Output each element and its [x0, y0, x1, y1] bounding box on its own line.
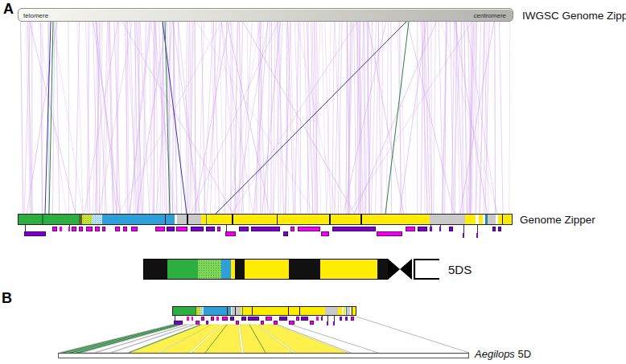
- synteny-line: [52, 22, 83, 214]
- bar-segment-gray: [488, 215, 496, 224]
- synteny-line: [206, 22, 222, 214]
- alignment-ribbon-yellow: [240, 325, 294, 353]
- synteny-line: [130, 22, 136, 214]
- alignment-ribbon-white: [96, 325, 194, 353]
- marker-block-magenta: [68, 227, 70, 231]
- synteny-line: [262, 22, 281, 214]
- synteny-line: [140, 22, 150, 214]
- marker-block-magenta: [176, 227, 187, 231]
- synteny-line: [348, 22, 350, 214]
- synteny-line: [225, 22, 227, 214]
- synteny-line: [311, 22, 315, 214]
- marker-block-purple: [333, 321, 335, 325]
- synteny-line: [441, 22, 498, 214]
- synteny-line: [163, 22, 187, 214]
- ideogram-segment-green: [167, 260, 198, 279]
- bar-segment-green: [182, 307, 196, 315]
- synteny-line: [500, 22, 504, 214]
- synteny-line: [480, 22, 485, 214]
- marker-block-magenta: [155, 227, 165, 231]
- synteny-line: [303, 22, 309, 214]
- synteny-line: [366, 22, 369, 214]
- synteny-line: [297, 22, 337, 214]
- synteny-line: [427, 22, 431, 214]
- bar-segment-gray: [430, 215, 465, 224]
- synteny-line: [307, 22, 308, 214]
- synteny-line: [199, 22, 204, 214]
- synteny-line: [76, 22, 80, 214]
- synteny-line: [354, 22, 436, 214]
- synteny-line: [41, 22, 43, 214]
- synteny-line: [357, 22, 361, 214]
- synteny-line: [253, 22, 268, 214]
- bar-segment-yellow: [362, 215, 430, 224]
- synteny-line: [167, 22, 170, 214]
- synteny-line: [471, 22, 476, 214]
- synteny-line: [196, 22, 315, 214]
- marker-block-purple: [327, 321, 328, 325]
- synteny-line: [114, 22, 120, 214]
- alignment-line: [291, 325, 378, 353]
- synteny-line: [400, 22, 426, 214]
- synteny-line: [95, 22, 101, 214]
- marker-block-purple: [241, 317, 246, 321]
- synteny-line: [460, 22, 494, 214]
- synteny-line: [178, 22, 196, 214]
- bar-segment-yellow: [278, 215, 329, 224]
- synteny-line: [407, 22, 454, 214]
- marker-block-magenta: [316, 317, 319, 321]
- synteny-line: [39, 22, 67, 214]
- synteny-line: [49, 22, 53, 214]
- synteny-line: [325, 22, 331, 214]
- synteny-line: [126, 22, 137, 214]
- synteny-line: [357, 22, 358, 214]
- synteny-line: [455, 22, 456, 214]
- synteny-line: [335, 22, 341, 214]
- synteny-line: [235, 22, 237, 214]
- synteny-line: [273, 22, 274, 214]
- synteny-line: [186, 22, 187, 214]
- synteny-line: [376, 22, 379, 214]
- synteny-line: [235, 22, 268, 214]
- marker-block-magenta: [290, 227, 294, 231]
- marker-block-magenta: [406, 227, 415, 231]
- synteny-line: [348, 22, 472, 214]
- synteny-line: [425, 22, 430, 214]
- bar-segment-yellow: [243, 307, 252, 315]
- synteny-line: [327, 22, 331, 214]
- synteny-line: [231, 22, 236, 214]
- marker-block-purple: [463, 233, 464, 238]
- synteny-line: [371, 22, 376, 214]
- alignment-line: [278, 325, 351, 353]
- synteny-line: [117, 22, 118, 214]
- synteny-line: [484, 22, 487, 214]
- synteny-line: [127, 22, 129, 214]
- synteny-line: [476, 22, 481, 214]
- synteny-line: [219, 22, 224, 214]
- bar-segment-gray: [325, 307, 338, 315]
- synteny-line: [315, 22, 320, 214]
- marker-tick: [25, 225, 26, 231]
- marker-block-magenta: [216, 317, 219, 321]
- synteny-line: [509, 22, 510, 214]
- synteny-line: [256, 22, 261, 214]
- marker-block-magenta: [296, 317, 299, 321]
- marker-block-magenta: [72, 227, 76, 231]
- synteny-line: [243, 22, 355, 214]
- synteny-line: [102, 22, 108, 214]
- synteny-line: [228, 22, 260, 214]
- synteny-line: [221, 22, 237, 214]
- bar-segment-yellow: [233, 215, 277, 224]
- synteny-line: [300, 22, 301, 214]
- synteny-line: [169, 22, 170, 214]
- synteny-line: [369, 22, 372, 214]
- alignment-ribbon-green: [76, 325, 181, 353]
- synteny-line: [322, 22, 326, 214]
- synteny-line: [77, 22, 83, 214]
- synteny-line: [344, 22, 386, 214]
- synteny-line: [211, 22, 216, 214]
- synteny-line: [468, 22, 470, 214]
- synteny-line: [278, 22, 284, 214]
- synteny-line: [480, 22, 484, 214]
- marker-block-purple: [230, 317, 234, 321]
